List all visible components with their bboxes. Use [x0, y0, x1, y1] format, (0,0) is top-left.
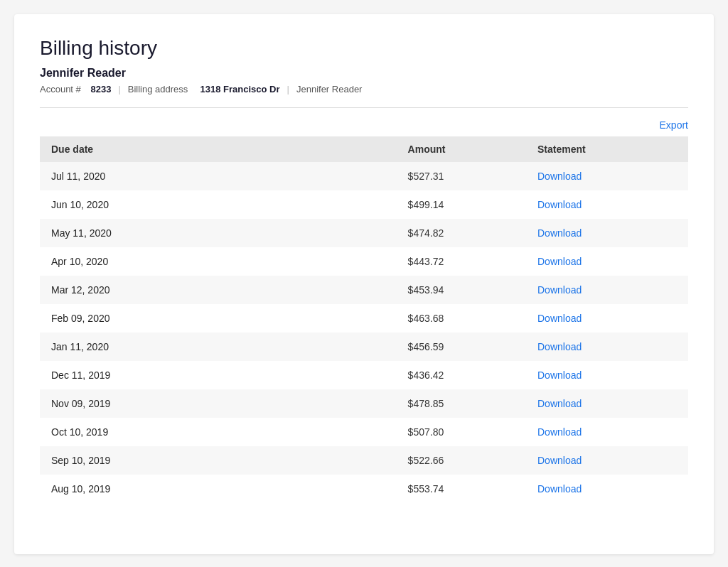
download-link[interactable]: Download: [537, 398, 582, 409]
download-link[interactable]: Download: [537, 426, 582, 438]
account-meta: Account # 8233 | Billing address 1318 Fr…: [40, 84, 688, 94]
cell-statement: Download: [526, 276, 688, 304]
account-name: Jennifer Reader: [40, 67, 688, 80]
cell-amount: $443.72: [397, 247, 526, 276]
cell-amount: $522.66: [397, 446, 526, 475]
download-link[interactable]: Download: [537, 341, 582, 352]
cell-amount: $527.31: [397, 162, 526, 190]
page-container: Billing history Jennifer Reader Account …: [14, 14, 714, 554]
download-link[interactable]: Download: [537, 369, 582, 381]
cell-amount: $436.42: [397, 361, 526, 389]
cell-due-date: Jul 11, 2020: [40, 162, 397, 190]
cell-amount: $553.74: [397, 475, 526, 503]
cell-amount: $478.85: [397, 389, 526, 418]
cell-due-date: Jun 10, 2020: [40, 190, 397, 219]
table-row: May 11, 2020$474.82Download: [40, 219, 688, 247]
table-row: Feb 09, 2020$463.68Download: [40, 304, 688, 333]
download-link[interactable]: Download: [537, 171, 582, 182]
cell-amount: $507.80: [397, 418, 526, 446]
cell-statement: Download: [526, 219, 688, 247]
table-row: Jun 10, 2020$499.14Download: [40, 190, 688, 219]
download-link[interactable]: Download: [537, 227, 582, 239]
table-row: Dec 11, 2019$436.42Download: [40, 361, 688, 389]
cell-due-date: Sep 10, 2019: [40, 446, 397, 475]
cell-amount: $463.68: [397, 304, 526, 333]
header-amount: Amount: [397, 136, 526, 162]
table-row: Mar 12, 2020$453.94Download: [40, 276, 688, 304]
account-holder-name: Jennifer Reader: [289, 84, 370, 94]
cell-due-date: Feb 09, 2020: [40, 304, 397, 333]
cell-amount: $456.59: [397, 333, 526, 361]
table-row: Aug 10, 2019$553.74Download: [40, 475, 688, 503]
cell-due-date: Aug 10, 2019: [40, 475, 397, 503]
section-divider: [40, 107, 688, 108]
cell-due-date: Nov 09, 2019: [40, 389, 397, 418]
download-link[interactable]: Download: [537, 313, 582, 324]
download-link[interactable]: Download: [537, 256, 582, 267]
table-row: Jul 11, 2020$527.31Download: [40, 162, 688, 190]
table-header: Due date Amount Statement: [40, 136, 688, 162]
cell-statement: Download: [526, 389, 688, 418]
download-link[interactable]: Download: [537, 483, 582, 495]
cell-due-date: Oct 10, 2019: [40, 418, 397, 446]
table-body: Jul 11, 2020$527.31DownloadJun 10, 2020$…: [40, 162, 688, 503]
table-row: Oct 10, 2019$507.80Download: [40, 418, 688, 446]
download-link[interactable]: Download: [537, 284, 582, 296]
cell-statement: Download: [526, 475, 688, 503]
account-number: 8233: [90, 84, 111, 94]
cell-amount: $499.14: [397, 190, 526, 219]
cell-statement: Download: [526, 418, 688, 446]
cell-amount: $453.94: [397, 276, 526, 304]
table-row: Sep 10, 2019$522.66Download: [40, 446, 688, 475]
cell-due-date: Apr 10, 2020: [40, 247, 397, 276]
cell-due-date: Dec 11, 2019: [40, 361, 397, 389]
table-row: Nov 09, 2019$478.85Download: [40, 389, 688, 418]
billing-address-info: Billing address 1318 Francisco Dr: [121, 84, 287, 94]
header-row: Due date Amount Statement: [40, 136, 688, 162]
cell-statement: Download: [526, 333, 688, 361]
cell-amount: $474.82: [397, 219, 526, 247]
billing-table: Due date Amount Statement Jul 11, 2020$5…: [40, 136, 688, 503]
header-statement: Statement: [526, 136, 688, 162]
cell-statement: Download: [526, 361, 688, 389]
cell-statement: Download: [526, 162, 688, 190]
export-button[interactable]: Export: [660, 119, 688, 131]
export-row: Export: [40, 119, 688, 131]
cell-statement: Download: [526, 190, 688, 219]
account-number-info: Account # 8233: [40, 84, 118, 94]
download-link[interactable]: Download: [537, 455, 582, 466]
cell-statement: Download: [526, 247, 688, 276]
billing-address: 1318 Francisco Dr: [200, 84, 280, 94]
cell-due-date: Jan 11, 2020: [40, 333, 397, 361]
cell-statement: Download: [526, 304, 688, 333]
table-row: Jan 11, 2020$456.59Download: [40, 333, 688, 361]
account-number-label: Account #: [40, 84, 88, 94]
cell-due-date: May 11, 2020: [40, 219, 397, 247]
header-due-date: Due date: [40, 136, 397, 162]
table-row: Apr 10, 2020$443.72Download: [40, 247, 688, 276]
billing-address-label: Billing address: [128, 84, 196, 94]
cell-statement: Download: [526, 446, 688, 475]
cell-due-date: Mar 12, 2020: [40, 276, 397, 304]
download-link[interactable]: Download: [537, 199, 582, 210]
page-title: Billing history: [40, 37, 688, 60]
